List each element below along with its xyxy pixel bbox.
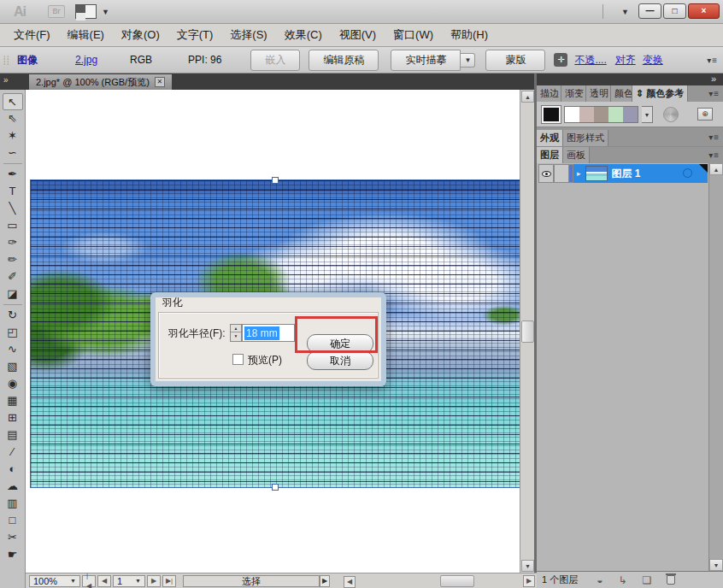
layer-lock-toggle[interactable] — [554, 164, 569, 183]
layer-expand-icon[interactable]: ▸ — [577, 169, 581, 178]
dialog-title[interactable]: 羽化 — [156, 294, 381, 311]
perspective-grid-tool[interactable]: ▦ — [3, 392, 23, 409]
control-bar-menu-icon[interactable]: ▾≡ — [707, 56, 718, 65]
transform-link[interactable]: 变换 — [643, 53, 663, 68]
menu-file[interactable]: 文件(F) — [5, 24, 59, 46]
tab-stroke[interactable]: 描边 — [537, 85, 561, 102]
tab-color-guide[interactable]: ⇕ 颜色参考 — [632, 85, 688, 102]
make-clipping-mask-icon[interactable]: ◒ — [597, 575, 602, 585]
file-name-link[interactable]: 2.jpg — [75, 54, 97, 66]
edit-original-button[interactable]: 编辑原稿 — [309, 50, 379, 71]
cancel-button[interactable]: 取消 — [307, 351, 373, 370]
live-trace-caret-icon[interactable]: ▼ — [461, 53, 475, 68]
swatch-5[interactable] — [623, 107, 638, 122]
swatch-3[interactable] — [594, 107, 608, 122]
layers-scroll-down-icon[interactable]: ▼ — [709, 559, 723, 571]
arrange-documents-caret-icon[interactable]: ▼ — [102, 8, 109, 16]
selection-handle-bottom[interactable] — [272, 484, 279, 491]
menu-object[interactable]: 对象(O) — [113, 24, 168, 46]
tab-transparency[interactable]: 透明 — [586, 85, 611, 102]
width-tool[interactable]: ∿ — [3, 341, 23, 358]
menu-select[interactable]: 选择(S) — [221, 24, 275, 46]
swatch-2[interactable] — [579, 107, 594, 122]
layers-scrollbar[interactable]: ▲ ▼ — [708, 163, 723, 571]
magic-wand-tool[interactable]: ✶ — [3, 127, 23, 144]
gradient-tool[interactable]: ▤ — [3, 426, 23, 444]
layer-row[interactable]: ▸ 图层 1 — [538, 164, 708, 183]
rotate-tool[interactable]: ↻ — [3, 307, 23, 324]
eraser-tool[interactable]: ◪ — [3, 285, 23, 303]
layer-visibility-toggle[interactable] — [538, 164, 554, 183]
layer-name[interactable]: 图层 1 — [612, 167, 641, 181]
stepper-down-icon[interactable]: ▼ — [231, 332, 241, 340]
artboard-tool[interactable]: □ — [3, 512, 23, 529]
preview-checkbox[interactable] — [232, 354, 244, 365]
status-menu-icon[interactable]: ▶ — [320, 575, 330, 587]
scroll-up-icon[interactable]: ▲ — [521, 91, 534, 103]
slice-tool[interactable]: ✂ — [3, 529, 23, 546]
tab-layers[interactable]: 图层 — [537, 147, 563, 163]
layers-menu-icon[interactable]: ▾≡ — [708, 150, 720, 160]
layers-scroll-up-icon[interactable]: ▲ — [709, 163, 723, 175]
delete-layer-icon[interactable] — [667, 575, 675, 585]
new-layer-icon[interactable]: ❏ — [643, 575, 652, 585]
swatch-4[interactable] — [608, 107, 623, 122]
tab-gradient[interactable]: 渐变 — [561, 85, 586, 102]
rectangle-tool[interactable]: ▭ — [3, 217, 23, 234]
swatch-1[interactable] — [565, 107, 579, 122]
new-sublayer-icon[interactable]: ↳ — [618, 575, 626, 585]
menu-view[interactable]: 视图(V) — [331, 24, 385, 46]
selection-tool[interactable]: ↖ — [3, 93, 23, 110]
hand-tool[interactable]: ☛ — [3, 546, 23, 563]
mesh-tool[interactable]: ⊞ — [3, 409, 23, 426]
free-transform-tool[interactable]: ▧ — [3, 358, 23, 375]
scale-tool[interactable]: ◰ — [3, 324, 23, 341]
paintbrush-tool[interactable]: ✑ — [3, 234, 23, 251]
tab-artboards[interactable]: 画板 — [563, 147, 590, 163]
opacity-link[interactable]: 不透.... — [574, 53, 606, 68]
live-trace-button[interactable]: 实时描摹 — [391, 50, 461, 71]
pen-tool[interactable]: ✒ — [3, 166, 23, 183]
last-artboard-button[interactable]: ▶| — [162, 575, 176, 587]
close-button[interactable]: × — [688, 3, 720, 19]
symbol-sprayer-tool[interactable]: ☁ — [3, 478, 23, 495]
direct-selection-tool[interactable]: ⇖ — [3, 110, 23, 127]
artboard-number-select[interactable]: 1 ▼ — [113, 575, 145, 587]
vertical-scrollbar[interactable]: ▲ ▼ — [520, 90, 534, 573]
radius-input[interactable]: 18 mm — [242, 324, 295, 342]
eyedropper-tool[interactable]: ∕ — [3, 444, 23, 461]
blend-tool[interactable]: ◐ — [3, 461, 23, 478]
shape-builder-tool[interactable]: ◉ — [3, 375, 23, 392]
horizontal-scroll-thumb[interactable] — [440, 575, 474, 587]
save-group-icon[interactable]: ⊕ — [697, 108, 713, 121]
menu-window[interactable]: 窗口(W) — [385, 24, 442, 46]
column-graph-tool[interactable]: ▥ — [3, 495, 23, 512]
selection-handle-top[interactable] — [272, 177, 279, 184]
pencil-tool[interactable]: ✏ — [3, 251, 23, 268]
menu-effect[interactable]: 效果(C) — [276, 24, 331, 46]
harmony-swatches[interactable] — [564, 106, 638, 123]
harmony-rules-caret-icon[interactable]: ▼ — [642, 106, 653, 123]
arrange-documents-icon[interactable] — [75, 4, 97, 19]
line-segment-tool[interactable]: ╲ — [3, 200, 23, 217]
horizontal-scrollbar[interactable]: ▶ — [367, 574, 535, 588]
document-tab-close-icon[interactable]: ✕ — [155, 77, 165, 87]
menu-type[interactable]: 文字(T) — [168, 24, 222, 46]
tab-graphic-styles[interactable]: 图形样式 — [563, 130, 608, 146]
lasso-tool[interactable]: ∽ — [3, 144, 23, 162]
tab-appearance[interactable]: 外观 — [537, 130, 563, 146]
zoom-level-select[interactable]: 100% ▼ — [29, 575, 80, 587]
vertical-scroll-thumb[interactable] — [521, 320, 534, 343]
color-guide-menu-icon[interactable]: ▾≡ — [708, 89, 720, 98]
menu-help[interactable]: 帮助(H) — [442, 24, 497, 46]
mask-button[interactable]: 蒙版 — [485, 50, 545, 71]
hscroll-left-icon[interactable]: ◀ — [344, 576, 356, 588]
align-link[interactable]: 对齐 — [615, 53, 636, 68]
scroll-down-icon[interactable]: ▼ — [521, 560, 534, 572]
document-tab[interactable]: 2.jpg* @ 100% (RGB/预览) ✕ — [29, 74, 172, 90]
next-artboard-button[interactable]: ▶ — [147, 575, 161, 587]
menu-edit[interactable]: 编辑(E) — [59, 24, 113, 46]
hscroll-right-icon[interactable]: ▶ — [523, 575, 535, 587]
stepper-up-icon[interactable]: ▲ — [231, 325, 241, 332]
type-tool[interactable]: T — [3, 183, 23, 200]
